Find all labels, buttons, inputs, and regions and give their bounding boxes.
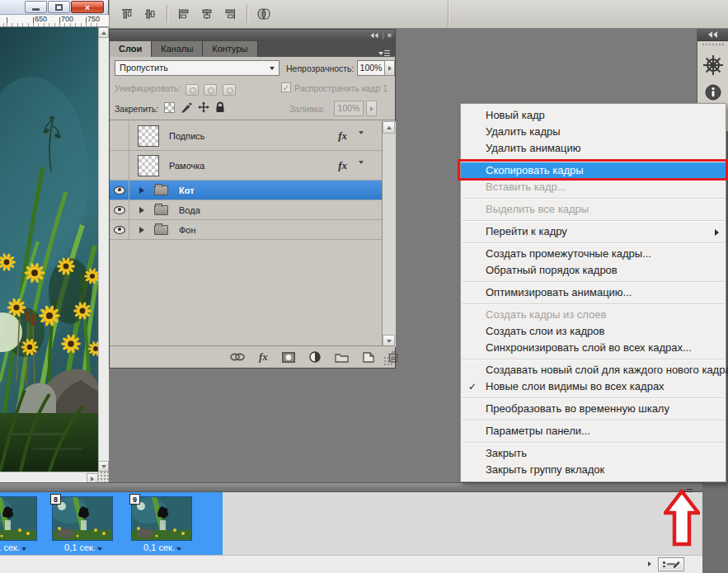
menu-separator	[462, 281, 725, 282]
group-folder-icon	[154, 186, 168, 195]
convert-to-timeline-button[interactable]	[658, 557, 684, 571]
group-disclosure-icon[interactable]	[139, 227, 144, 233]
lock-image-pixels-icon[interactable]	[181, 101, 192, 113]
new-group-icon[interactable]	[335, 352, 349, 363]
menu-separator	[462, 198, 725, 199]
layer-thumbnail[interactable]	[138, 155, 159, 176]
scroll-down-button[interactable]	[98, 461, 109, 472]
animation-frame[interactable]: 0,1 сек.	[0, 492, 43, 555]
vertical-scrollbar[interactable]	[98, 27, 109, 472]
layer-effects-icon[interactable]: fx	[338, 159, 347, 172]
add-layer-mask-icon[interactable]	[282, 352, 295, 363]
layer-effects-icon[interactable]: fx	[338, 129, 347, 143]
panel-resize-grip[interactable]	[383, 356, 393, 366]
document-titlebar: ×	[0, 0, 108, 15]
menu-separator	[462, 303, 725, 304]
lock-label: Закрепить:	[115, 104, 158, 114]
opacity-value[interactable]: 100%	[357, 60, 385, 76]
ship-wheel-icon[interactable]	[702, 54, 724, 76]
options-bar	[109, 0, 728, 29]
menu-item[interactable]: Оптимизировать анимацию...	[461, 284, 726, 301]
dock-drag-handle[interactable]	[702, 44, 724, 48]
convert-to-timeline-icon	[662, 560, 680, 569]
layers-panel-titlebar: | ×	[110, 30, 395, 41]
frame-duration[interactable]: 0,1 сек.	[127, 542, 198, 552]
layer-row[interactable]: Рамочкаfx	[110, 151, 382, 181]
frames-strip: 0,1 сек.80,1 сек.90,1 сек.	[0, 492, 702, 555]
layer-row[interactable]: Кот	[110, 181, 382, 200]
frame-thumbnail	[0, 496, 37, 541]
animation-frame[interactable]: 90,1 сек.	[127, 492, 198, 555]
menu-item[interactable]: Удалить кадры	[461, 124, 726, 140]
lock-transparent-pixels-icon[interactable]	[164, 102, 175, 113]
visibility-toggle[interactable]	[110, 220, 129, 239]
visibility-toggle[interactable]	[110, 181, 129, 200]
menu-item[interactable]: Создать слои из кадров	[461, 323, 726, 340]
lock-all-icon[interactable]	[215, 101, 225, 113]
group-disclosure-icon[interactable]	[139, 187, 144, 194]
panel-menu-icon[interactable]	[378, 45, 390, 57]
new-layer-icon[interactable]	[363, 352, 374, 363]
canvas-image[interactable]	[0, 27, 98, 472]
opacity-spinner[interactable]	[384, 60, 395, 76]
group-folder-icon	[154, 205, 168, 215]
menu-separator	[462, 159, 725, 160]
adjustment-layer-icon[interactable]	[309, 351, 321, 363]
visibility-toggle[interactable]	[110, 151, 129, 180]
effects-expand-icon[interactable]	[359, 134, 364, 149]
close-button[interactable]: ×	[71, 1, 104, 13]
menu-item[interactable]: Синхронизировать слой во всех кадрах...	[461, 340, 726, 356]
menu-item[interactable]: Закрыть группу вкладок	[461, 462, 726, 478]
align-vertical-centers-icon[interactable]	[141, 5, 159, 23]
distribute-horizontal-centers-icon[interactable]	[198, 5, 216, 23]
frame-duration[interactable]: 0,1 сек.	[0, 542, 43, 552]
tab-channels[interactable]: Каналы	[152, 41, 203, 57]
checkmark-icon: ✓	[468, 378, 477, 395]
distribute-left-edges-icon[interactable]	[175, 5, 193, 23]
scroll-right-button[interactable]	[648, 561, 651, 566]
scroll-up-button[interactable]	[98, 27, 109, 38]
blend-mode-select[interactable]: Пропустить	[115, 60, 279, 76]
toolbar-separator	[167, 5, 167, 23]
align-top-edges-icon[interactable]	[118, 5, 136, 23]
effects-expand-icon[interactable]	[359, 164, 364, 179]
layer-style-icon[interactable]: fx	[259, 350, 268, 364]
menu-item[interactable]: Создавать новый слой для каждого нового …	[461, 362, 726, 378]
menu-item[interactable]: Обратный порядок кадров	[461, 262, 726, 279]
visibility-toggle[interactable]	[110, 121, 129, 150]
unify-layer-position-icon	[186, 84, 199, 96]
link-layers-icon[interactable]	[230, 352, 245, 362]
menu-item[interactable]: ✓Новые слои видимы во всех кадрах	[461, 378, 726, 395]
menu-item[interactable]: Перейти к кадру	[461, 223, 726, 240]
animation-frame[interactable]: 80,1 сек.	[48, 492, 119, 555]
menu-separator	[462, 220, 725, 221]
layer-row[interactable]: Подписьfx	[110, 121, 382, 151]
collapse-panels-button[interactable]	[697, 29, 728, 41]
tab-layers[interactable]: Слои	[110, 41, 152, 57]
menu-item[interactable]: Закрыть	[461, 445, 726, 462]
layer-row[interactable]: Вода	[110, 200, 382, 220]
layers-scrollbar[interactable]	[383, 121, 396, 347]
layers-scroll-up-button[interactable]	[383, 121, 395, 134]
maximize-button[interactable]	[48, 1, 70, 13]
frame-duration[interactable]: 0,1 сек.	[48, 542, 119, 552]
menu-item[interactable]: Новый кадр	[461, 107, 726, 124]
menu-item[interactable]: Преобразовать во временную шкалу	[461, 401, 726, 417]
collapse-panel-icon[interactable]	[370, 32, 378, 39]
distribute-right-edges-icon[interactable]	[221, 5, 239, 23]
menu-item[interactable]: Скопировать кадры	[461, 162, 726, 179]
lock-position-icon[interactable]	[198, 101, 209, 113]
minimize-button[interactable]	[25, 1, 47, 13]
tab-paths[interactable]: Контуры	[203, 41, 257, 57]
info-icon[interactable]	[705, 84, 721, 101]
close-icon: ×	[85, 3, 90, 12]
layer-thumbnail[interactable]	[138, 125, 159, 147]
group-disclosure-icon[interactable]	[139, 207, 144, 214]
menu-item[interactable]: Создать промежуточные кадры...	[461, 246, 726, 262]
auto-align-layers-icon[interactable]	[255, 5, 273, 23]
visibility-toggle[interactable]	[110, 200, 129, 219]
close-panel-icon[interactable]: ×	[387, 31, 392, 40]
layer-row[interactable]: Фон	[110, 220, 382, 240]
menu-item[interactable]: Удалить анимацию	[461, 140, 726, 157]
menu-item[interactable]: Параметры панели...	[461, 423, 726, 439]
